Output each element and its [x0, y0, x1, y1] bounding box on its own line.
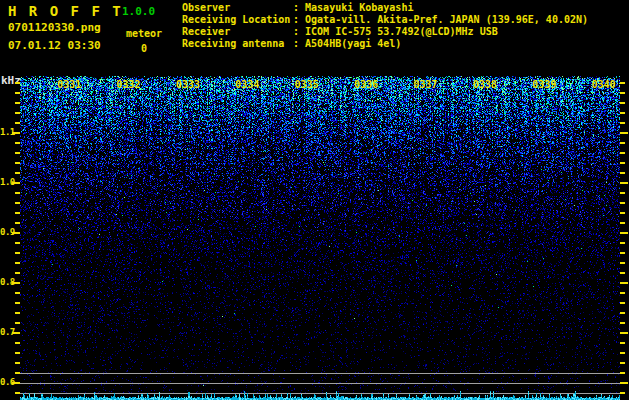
freq-minor-tick: [620, 162, 625, 164]
station-info-row: Receiving Location: Ogata-vill. Akita-Pr…: [182, 14, 588, 26]
freq-minor-tick: [15, 392, 20, 394]
freq-minor-tick: [620, 342, 625, 344]
freq-minor-tick: [15, 162, 20, 164]
freq-minor-tick: [620, 122, 625, 124]
info-value: A504HB(yagi 4el): [305, 38, 401, 49]
time-label: 0338: [473, 79, 497, 90]
freq-minor-tick: [15, 342, 20, 344]
freq-minor-tick: [620, 392, 625, 394]
freq-minor-tick: [620, 302, 625, 304]
freq-minor-tick: [15, 192, 20, 194]
freq-minor-tick: [620, 352, 625, 354]
freq-minor-tick: [15, 222, 20, 224]
freq-minor-tick: [15, 82, 20, 84]
freq-minor-tick: [15, 212, 20, 214]
time-label: 0331: [57, 79, 81, 90]
freq-major-tick: [620, 132, 628, 134]
info-label: Receiver: [182, 26, 293, 38]
spectrogram-canvas: [20, 76, 620, 400]
info-label: Receiving Location: [182, 14, 293, 26]
freq-minor-tick: [15, 112, 20, 114]
time-label: 0333: [176, 79, 200, 90]
freq-minor-tick: [620, 312, 625, 314]
freq-minor-tick: [620, 202, 625, 204]
freq-minor-tick: [620, 292, 625, 294]
freq-minor-tick: [15, 352, 20, 354]
freq-minor-tick: [620, 112, 625, 114]
freq-minor-tick: [620, 262, 625, 264]
freq-minor-tick: [620, 272, 625, 274]
meteor-counter: meteor 0: [120, 28, 168, 54]
record-datetime: 07.01.12 03:30: [8, 39, 101, 52]
freq-minor-tick: [620, 92, 625, 94]
freq-major-tick: [620, 332, 628, 334]
freq-minor-tick: [15, 312, 20, 314]
hrofft-window: H R O F F T 1.0.0 0701120330.png 07.01.1…: [0, 0, 629, 400]
freq-minor-tick: [15, 362, 20, 364]
freq-major-tick: [12, 282, 20, 284]
freq-minor-tick: [620, 252, 625, 254]
freq-minor-tick: [15, 92, 20, 94]
file-name: 0701120330.png: [8, 21, 101, 34]
freq-major-tick: [620, 382, 628, 384]
freq-minor-tick: [620, 142, 625, 144]
time-label: 0337: [414, 79, 438, 90]
freq-minor-tick: [15, 322, 20, 324]
freq-minor-tick: [620, 322, 625, 324]
freq-minor-tick: [15, 272, 20, 274]
freq-minor-tick: [620, 172, 625, 174]
info-value: Ogata-vill. Akita-Pref. JAPAN (139.96E, …: [305, 14, 588, 25]
freq-minor-tick: [620, 362, 625, 364]
freq-minor-tick: [15, 292, 20, 294]
info-label: Observer: [182, 2, 293, 14]
freq-minor-tick: [15, 262, 20, 264]
freq-major-tick: [12, 182, 20, 184]
freq-major-tick: [620, 182, 628, 184]
station-info-row: Receiving antenna: A504HB(yagi 4el): [182, 38, 588, 50]
time-label: 0332: [117, 79, 141, 90]
freq-major-tick: [620, 232, 628, 234]
freq-minor-tick: [620, 82, 625, 84]
meteor-count: 0: [120, 43, 168, 54]
freq-major-tick: [12, 132, 20, 134]
freq-minor-tick: [620, 102, 625, 104]
freq-minor-tick: [620, 222, 625, 224]
freq-major-tick: [12, 332, 20, 334]
freq-minor-tick: [620, 372, 625, 374]
time-label: 0336: [354, 79, 378, 90]
freq-minor-tick: [15, 102, 20, 104]
station-info-row: Receiver: ICOM IC-575 53.7492(@LCD)MHz U…: [182, 26, 588, 38]
info-value: Masayuki Kobayashi: [305, 2, 413, 13]
info-value: ICOM IC-575 53.7492(@LCD)MHz USB: [305, 26, 498, 37]
freq-major-tick: [620, 282, 628, 284]
info-label: Receiving antenna: [182, 38, 293, 50]
freq-major-tick: [12, 382, 20, 384]
meteor-label: meteor: [120, 28, 168, 39]
app-title: H R O F F T: [8, 3, 123, 19]
station-info: Observer: Masayuki KobayashiReceiving Lo…: [182, 2, 588, 50]
freq-minor-tick: [15, 242, 20, 244]
freq-minor-tick: [620, 152, 625, 154]
freq-minor-tick: [620, 242, 625, 244]
freq-minor-tick: [620, 192, 625, 194]
freq-minor-tick: [15, 372, 20, 374]
freq-minor-tick: [15, 202, 20, 204]
time-label: 0334: [235, 79, 259, 90]
freq-minor-tick: [15, 152, 20, 154]
time-label: 0339: [532, 79, 556, 90]
time-label: 0335: [295, 79, 319, 90]
freq-minor-tick: [15, 172, 20, 174]
freq-minor-tick: [15, 142, 20, 144]
freq-minor-tick: [15, 122, 20, 124]
freq-major-tick: [12, 232, 20, 234]
time-label: 0340: [592, 79, 616, 90]
station-info-row: Observer: Masayuki Kobayashi: [182, 2, 588, 14]
app-version: 1.0.0: [122, 5, 155, 18]
freq-minor-tick: [620, 212, 625, 214]
freq-minor-tick: [15, 302, 20, 304]
freq-axis-unit: kHz: [1, 74, 21, 87]
freq-minor-tick: [15, 252, 20, 254]
